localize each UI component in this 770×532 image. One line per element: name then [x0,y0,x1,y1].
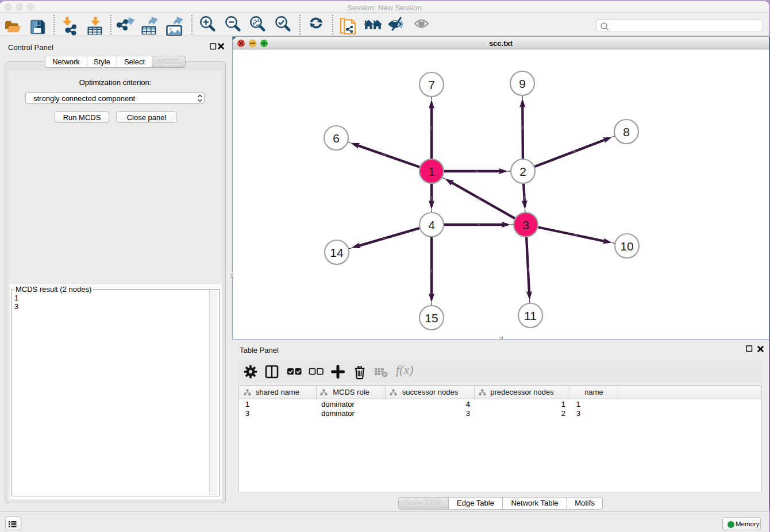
svg-text:11: 11 [524,309,537,322]
svg-text:9: 9 [519,77,526,90]
svg-text:7: 7 [428,78,435,91]
svg-text:3: 3 [522,218,529,232]
svg-text:1: 1 [428,165,435,178]
svg-text:4: 4 [428,218,435,232]
svg-text:6: 6 [333,132,340,145]
svg-text:10: 10 [620,240,633,253]
svg-text:15: 15 [425,311,438,325]
svg-text:14: 14 [330,246,344,259]
svg-text:2: 2 [519,165,526,178]
svg-text:8: 8 [623,125,630,138]
